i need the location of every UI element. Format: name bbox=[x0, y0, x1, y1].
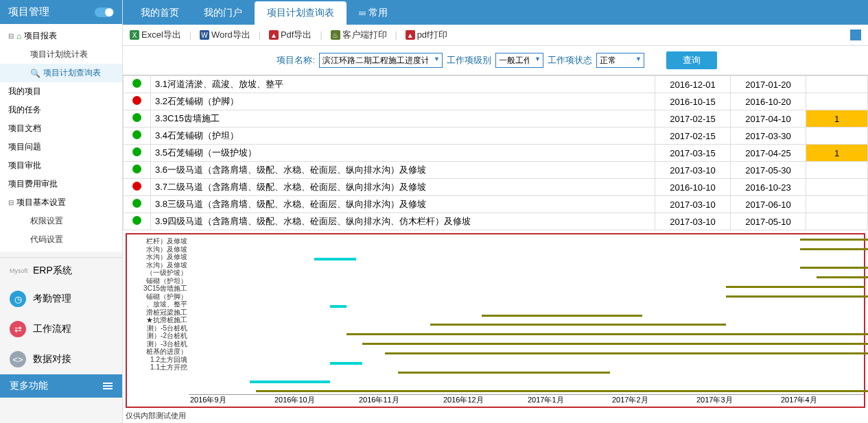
date-cell: 2017-02-15 bbox=[655, 110, 731, 128]
status-cell bbox=[124, 196, 151, 213]
name-cell: 3.4石笼铺砌（护坦） bbox=[151, 128, 655, 145]
table-row[interactable]: 3.4石笼铺砌（护坦）2017-02-152017-03-30 bbox=[124, 128, 868, 145]
nav-item[interactable]: 项目计划统计表 bbox=[0, 45, 122, 64]
gantt-bar bbox=[800, 239, 868, 241]
xaxis-tick: 2017年3月 bbox=[695, 395, 779, 407]
gantt-row-label: 桩基的进度） bbox=[128, 348, 187, 356]
status-dot bbox=[132, 182, 141, 191]
client-print-button[interactable]: ♨客户端打印 bbox=[331, 29, 387, 41]
status-dot bbox=[132, 96, 141, 105]
pdf-print-button[interactable]: ▲pdf打印 bbox=[406, 29, 447, 41]
xaxis-tick: 2016年12月 bbox=[442, 395, 526, 407]
xaxis-tick: 2016年10月 bbox=[273, 395, 357, 407]
excel-export-button[interactable]: XExcel导出 bbox=[130, 29, 181, 41]
tree-icon: ⌂ bbox=[16, 32, 21, 41]
status-cell bbox=[124, 213, 151, 230]
nav-label: 权限设置 bbox=[30, 215, 63, 227]
nav-item[interactable]: 🔍项目计划查询表 bbox=[0, 64, 122, 82]
nav-label: 项目审批 bbox=[8, 160, 41, 171]
system-link[interactable]: ◷考勤管理 bbox=[0, 284, 122, 314]
gantt-bar bbox=[330, 305, 346, 308]
nav-item[interactable]: 项目文档 bbox=[0, 119, 122, 138]
system-link[interactable]: <>数据对接 bbox=[0, 344, 122, 374]
nav-label: 项目问题 bbox=[8, 141, 41, 153]
system-links: MysoftERP系统◷考勤管理⇄工作流程<>数据对接 bbox=[0, 257, 122, 374]
nav-item[interactable]: ⊟⌂项目报表 bbox=[0, 27, 122, 45]
tab[interactable]: 项目计划查询表 bbox=[255, 1, 347, 25]
filter-level-input[interactable] bbox=[495, 53, 543, 68]
xaxis-tick: 2017年4月 bbox=[779, 395, 864, 407]
tab[interactable]: 我的首页 bbox=[128, 1, 191, 25]
date-cell: 2017-03-30 bbox=[731, 128, 806, 145]
nav-item[interactable]: 代码设置 bbox=[0, 230, 122, 249]
pdf-export-button[interactable]: ▲Pdf导出 bbox=[269, 29, 312, 41]
link-label: ERP系统 bbox=[33, 265, 72, 277]
more-button[interactable]: 更多功能 bbox=[0, 374, 122, 398]
toggle-switch[interactable] bbox=[95, 8, 114, 17]
query-button[interactable]: 查询 bbox=[666, 51, 717, 69]
nav-item[interactable]: 权限设置 bbox=[0, 212, 122, 230]
system-link[interactable]: MysoftERP系统 bbox=[0, 258, 122, 284]
table-row[interactable]: 3.2石笼铺砌（护脚）2016-10-152016-10-20 bbox=[124, 93, 868, 110]
date-cell: 2017-03-10 bbox=[655, 162, 731, 179]
nav-item[interactable]: ⊟项目基本设置 bbox=[0, 193, 122, 212]
nav-item[interactable]: 项目审批 bbox=[0, 156, 122, 175]
save-icon[interactable] bbox=[850, 29, 861, 40]
table-area: 3.1河道清淤、疏浚、放坡、整平2016-12-012017-01-203.2石… bbox=[123, 75, 868, 230]
date-cell: 2016-10-23 bbox=[731, 179, 806, 196]
table-row[interactable]: 3.7二级马道（含路肩墙、级配、水稳、砼面层、纵向排水沟）及修坡2016-10-… bbox=[124, 179, 868, 196]
date-cell: 2017-01-20 bbox=[731, 76, 806, 93]
filter-name-input[interactable] bbox=[319, 53, 443, 68]
date-cell: 2017-02-15 bbox=[655, 128, 731, 145]
more-label: 更多功能 bbox=[10, 380, 48, 392]
tree-icon: 🔍 bbox=[30, 69, 40, 78]
xaxis-tick: 2017年2月 bbox=[611, 395, 695, 407]
plan-table: 3.1河道清淤、疏浚、放坡、整平2016-12-012017-01-203.2石… bbox=[123, 75, 868, 230]
link-label: 考勤管理 bbox=[33, 293, 71, 305]
sidebar-title: 项目管理 bbox=[8, 5, 49, 19]
nav-item[interactable]: 我的任务 bbox=[0, 101, 122, 119]
gantt-bar bbox=[398, 372, 611, 374]
gantt-row-label: 、放坡、整平 bbox=[128, 300, 187, 309]
tab[interactable]: 常用 bbox=[347, 1, 400, 25]
nav-label: 项目计划查询表 bbox=[43, 67, 101, 79]
nav-item[interactable]: 项目费用审批 bbox=[0, 175, 122, 193]
table-row[interactable]: 3.5石笼铺砌（一级护坡）2017-03-152017-04-251 bbox=[124, 145, 868, 162]
date-cell: 2016-10-15 bbox=[655, 93, 731, 110]
date-cell: 2017-06-10 bbox=[731, 196, 806, 213]
name-cell: 3.1河道清淤、疏浚、放坡、整平 bbox=[151, 76, 655, 93]
filter-name-label: 项目名称: bbox=[274, 54, 318, 67]
date-cell: 2016-10-10 bbox=[655, 179, 731, 196]
nav-item[interactable]: 项目问题 bbox=[0, 138, 122, 156]
table-row[interactable]: 3.1河道清淤、疏浚、放坡、整平2016-12-012017-01-20 bbox=[124, 76, 868, 93]
name-cell: 3.3C15齿墙施工 bbox=[151, 110, 655, 128]
status-dot bbox=[132, 79, 141, 88]
gantt-bar bbox=[330, 362, 362, 365]
table-row[interactable]: 3.8三级马道（含路肩墙、级配、水稳、砼面层、纵向排水沟）及修坡2017-03-… bbox=[124, 196, 868, 213]
nav-item[interactable]: 我的项目 bbox=[0, 82, 122, 101]
name-cell: 3.9四级马道（含路肩墙、级配、水稳、砼面层、纵向排水沟、仿木栏杆）及修坡 bbox=[151, 213, 655, 230]
name-cell: 3.6一级马道（含路肩墙、级配、水稳、砼面层、纵向排水沟）及修坡 bbox=[151, 162, 655, 179]
gantt-row-label: （一级护坡） bbox=[128, 269, 187, 277]
word-export-button[interactable]: WWord导出 bbox=[200, 29, 250, 41]
nav-label: 项目费用审批 bbox=[8, 178, 58, 190]
gantt-row-label: ★抗滑桩施工 bbox=[128, 316, 187, 324]
status-cell bbox=[124, 162, 151, 179]
expand-icon: ⊟ bbox=[8, 199, 14, 206]
system-link[interactable]: ⇄工作流程 bbox=[0, 314, 122, 344]
gantt-bar bbox=[347, 333, 868, 335]
table-row[interactable]: 3.9四级马道（含路肩墙、级配、水稳、砼面层、纵向排水沟、仿木栏杆）及修坡201… bbox=[124, 213, 868, 230]
status-dot bbox=[132, 165, 141, 173]
tab[interactable]: 我的门户 bbox=[191, 1, 255, 25]
java-icon: ♨ bbox=[331, 30, 340, 40]
link-icon: ⇄ bbox=[10, 321, 26, 337]
status-cell bbox=[124, 76, 151, 93]
table-row[interactable]: 3.6一级马道（含路肩墙、级配、水稳、砼面层、纵向排水沟）及修坡2017-03-… bbox=[124, 162, 868, 179]
date-cell: 2017-03-10 bbox=[655, 213, 731, 230]
table-row[interactable]: 3.3C15齿墙施工2017-02-152017-04-101 bbox=[124, 110, 868, 128]
date-cell: 2017-03-15 bbox=[655, 145, 731, 162]
nav-label: 我的任务 bbox=[8, 104, 41, 116]
gantt-bar bbox=[430, 324, 727, 326]
filter-status-input[interactable] bbox=[596, 53, 644, 68]
gantt-xaxis: 2016年9月2016年10月2016年11月2016年12月2017年1月20… bbox=[189, 394, 864, 407]
